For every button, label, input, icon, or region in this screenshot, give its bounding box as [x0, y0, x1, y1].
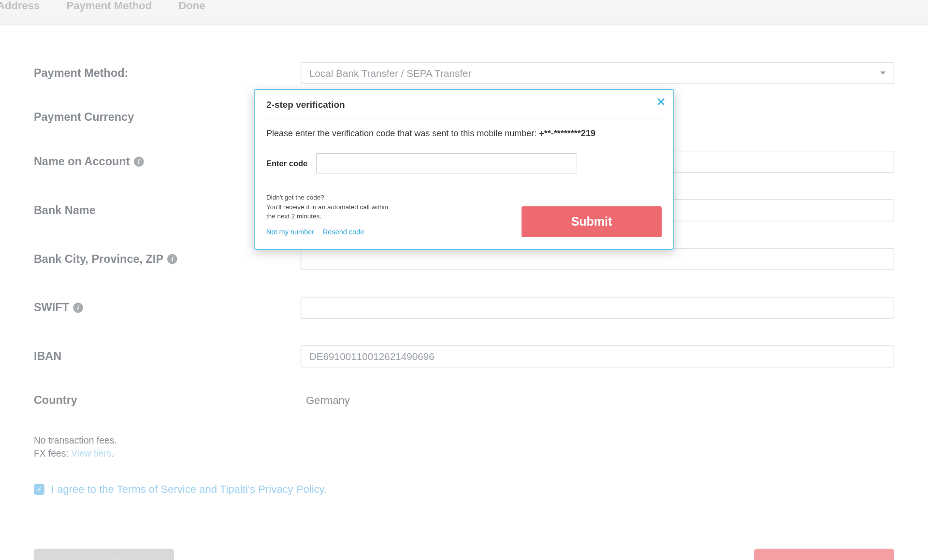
enter-code-label: Enter code	[266, 159, 307, 168]
masked-phone: +**-********219	[539, 129, 595, 138]
resend-code-link[interactable]: Resend code	[323, 228, 364, 236]
auto-call-text: You'll receive it in an automated call w…	[266, 202, 397, 221]
didnt-get-code-text: Didn't get the code?	[266, 193, 397, 202]
submit-button[interactable]: Submit	[522, 206, 662, 237]
verification-modal: ✕ 2-step verification Please enter the v…	[254, 89, 674, 250]
verification-code-input[interactable]	[316, 153, 577, 173]
close-icon[interactable]: ✕	[656, 97, 666, 108]
not-my-number-link[interactable]: Not my number	[266, 228, 314, 236]
modal-title: 2-step verification	[266, 100, 662, 118]
modal-instructions: Please enter the verification code that …	[266, 127, 662, 140]
modal-backdrop	[0, 0, 928, 560]
